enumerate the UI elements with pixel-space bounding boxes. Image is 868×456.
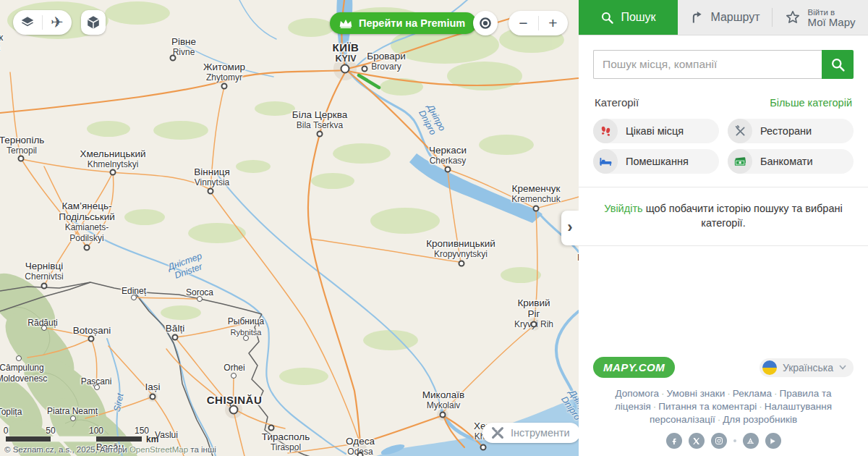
zoom-in-button[interactable]: + [539,11,568,35]
link-separator: · [727,388,731,399]
premium-button[interactable]: Перейти на Premium [330,12,477,34]
category-chip-bed[interactable]: Помешкання [593,149,719,174]
bed-icon [593,149,618,174]
link-separator: · [661,388,665,399]
footer-link[interactable]: Питання та коментарі [658,401,757,412]
banknote-icon [728,149,752,174]
footer-link[interactable]: Допомога [615,388,659,399]
category-label: Цікаві місця [626,125,684,137]
mapy-logo[interactable]: MAPY.COM [593,357,675,378]
collapse-panel-button[interactable]: › [561,211,579,245]
x-icon[interactable] [689,433,705,449]
route-icon [689,10,704,25]
instagram-icon[interactable] [711,433,727,449]
scale-tick: 50 [46,426,55,436]
category-chip-footprints[interactable]: Цікаві місця [593,119,719,143]
my-location-button[interactable] [473,11,498,35]
footer-link[interactable]: Реклама [733,388,772,399]
social-row [593,433,854,449]
panel-tabs: Пошук Маршрут Війти вМої Mapy [579,0,868,35]
mapy-app: КИЇВKYIVБровариBrovaryЖитомирZhytomyrРів… [0,0,868,456]
chevron-right-icon: › [567,218,572,237]
crown-icon [339,17,353,29]
link-separator: · [653,401,657,412]
login-prompt: Увійдіть щоб побачити історію пошуку та … [579,187,868,246]
scale-unit: km [146,434,158,444]
category-chip-cutlery[interactable]: Ресторани [728,119,854,143]
more-categories-link[interactable]: Більше категорій [770,97,852,109]
measure-tools-icon [490,425,506,441]
category-chip-banknote[interactable]: Банкомати [728,149,854,174]
panel-footer: MAPY.COM Українська Допомога·Умовні знак… [579,350,868,456]
category-label: Ресторани [760,125,812,137]
search-submit-button[interactable] [822,50,854,79]
tools-label: Інструменти [511,427,570,439]
google-play-icon[interactable] [765,433,781,449]
link-separator: · [759,401,762,412]
scale-tick: 0 [4,426,9,436]
scale-tick: 100 [89,426,103,436]
tab-route[interactable]: Маршрут [678,0,772,35]
category-grid: Цікаві місцяРестораниПомешканняБанкомати [593,119,854,174]
search-input[interactable] [593,50,822,79]
side-panel: Пошук Маршрут Війти вМої Mapy Категорії [579,0,868,456]
ukraine-flag-icon [762,360,777,375]
view-3d-button[interactable] [81,10,106,35]
footer-links: Допомога·Умовні знаки·Реклама·Правила та… [593,387,854,426]
layers-icon[interactable] [13,10,42,35]
category-label: Помешкання [626,156,689,167]
footer-link[interactable]: Умовні знаки [667,388,726,399]
osm-link[interactable]: OpenStreetMap [129,445,188,454]
search-icon [830,57,846,72]
tab-login-my-maps[interactable]: Війти вМої Mapy [773,0,868,35]
tab-search[interactable]: Пошук [579,0,678,35]
aerial-view-icon[interactable]: ✈ [43,10,72,35]
star-icon [785,9,801,25]
language-label: Українська [783,362,833,373]
map-attribution: © Seznam.cz, a.s., 2025, Автори OpenStre… [4,445,216,454]
map-canvas[interactable]: КИЇВKYIVБровариBrovaryЖитомирZhytomyrРів… [0,0,579,456]
link-separator: · [774,388,778,399]
zoom-out-button[interactable]: − [509,11,538,35]
login-link[interactable]: Увійдіть [604,203,642,214]
map-style-pill: ✈ [13,10,72,35]
tools-button[interactable]: Інструменти [482,423,579,443]
zoom-controls: − + [509,11,568,35]
cube-3d-icon [85,14,101,30]
footer-link[interactable]: Для розробників [723,414,797,425]
cutlery-icon [728,119,752,143]
footprints-icon [593,119,618,143]
search-icon [600,11,614,25]
map-art [0,0,579,456]
premium-label: Перейти на Premium [359,17,465,29]
app-store-icon[interactable] [743,433,759,449]
category-label: Банкомати [760,156,813,167]
link-separator: · [718,414,721,425]
separator-dot [733,439,736,442]
chevron-down-icon [839,365,846,370]
language-selector[interactable]: Українська [760,358,854,377]
categories-title: Категорії [595,96,639,109]
search-section: Категорії Більше категорій Цікаві місцяР… [579,35,868,187]
gps-icon [477,15,493,31]
facebook-icon[interactable] [666,433,682,449]
